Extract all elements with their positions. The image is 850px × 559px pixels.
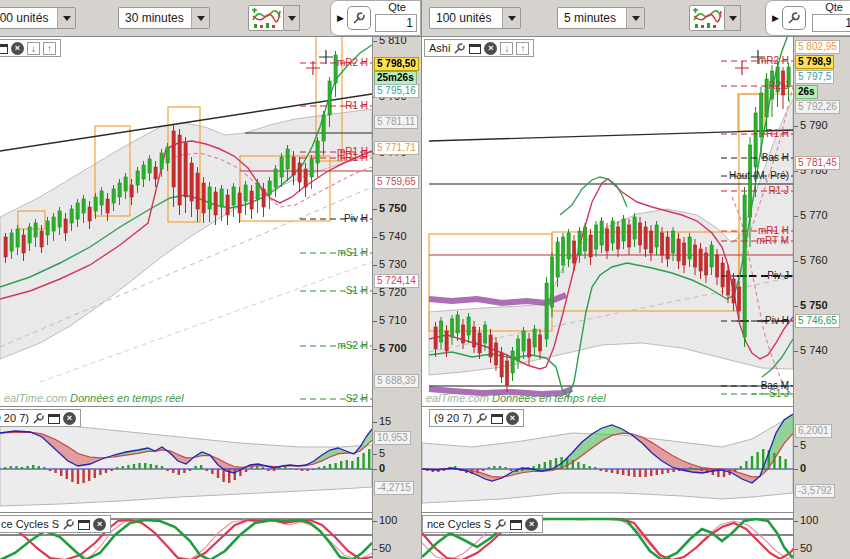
wrench-icon <box>352 11 366 25</box>
cycles-panel-right[interactable]: nce Cycles S × 10050 <box>422 512 850 559</box>
level-label: mS1 H <box>337 247 368 258</box>
restore-window-icon[interactable] <box>491 414 503 424</box>
units-dropdown-button[interactable] <box>57 8 75 28</box>
heikin-ashi-chart-5min[interactable]: mR2 HR2 JR1 HBas HHaut (M, Pré)R1 JmR1 H… <box>422 37 793 407</box>
histogram-bar <box>644 469 646 477</box>
settings-button[interactable] <box>347 6 371 30</box>
wrench-icon[interactable] <box>62 518 75 531</box>
macd-panel-right[interactable]: (9 20 7) × 6,200150-3,5792 <box>422 406 850 513</box>
wrench-icon[interactable] <box>494 518 507 531</box>
axis-price-value: 5 781,45 <box>795 156 840 170</box>
restore-window-icon[interactable] <box>48 414 60 424</box>
close-icon[interactable]: × <box>93 518 106 531</box>
histogram-bar <box>127 465 129 469</box>
timeframe-dropdown[interactable]: 30 minutes <box>118 7 210 29</box>
main-chart-right[interactable]: mR2 HR2 JR1 HBas HHaut (M, Pré)R1 JmR1 H… <box>422 36 850 407</box>
macd-axis-right[interactable]: 6,200150-3,5792 <box>793 407 850 513</box>
cycles-axis-left[interactable]: 10050 <box>372 513 421 559</box>
timeframe-dropdown-button[interactable] <box>191 8 209 28</box>
restore-window-icon[interactable] <box>469 44 481 54</box>
cycles-title: nce Cycles S <box>427 518 491 530</box>
chevron-down-icon <box>508 16 516 21</box>
wrench-icon[interactable] <box>453 42 466 55</box>
move-up-icon[interactable]: ↑ <box>43 42 56 55</box>
macd-panel-left[interactable]: (9 20 7) × 1510,95350-4,2715 <box>0 406 421 513</box>
expand-arrow-icon[interactable]: ▶ <box>772 13 779 23</box>
histogram-bar <box>346 460 348 469</box>
axis-tick: 5 740 <box>800 344 828 356</box>
quantity-input[interactable]: 1 <box>375 14 417 32</box>
move-down-icon[interactable]: ↓ <box>500 42 513 55</box>
histogram-bar <box>667 469 669 473</box>
units-dropdown[interactable]: 100 unités <box>429 7 521 29</box>
macd-title: (9 20 7) <box>434 412 472 424</box>
expand-arrow-icon[interactable]: ▶ <box>337 13 344 23</box>
watermark: ealTime.com Données en temps réel <box>4 392 184 404</box>
restore-window-icon[interactable] <box>510 520 522 530</box>
level-label: S1 H <box>346 285 368 296</box>
histogram-bar <box>306 469 308 471</box>
price-axis-right[interactable]: 5 7905 7805 7705 7605 7505 7405 802,955 … <box>793 37 850 407</box>
axis-price-value: 5 792,26 <box>795 100 840 114</box>
axis-tick: 5 750 <box>379 202 407 214</box>
chart-style-button[interactable] <box>248 5 284 31</box>
histogram-bar <box>628 469 630 476</box>
close-icon[interactable]: × <box>484 42 497 55</box>
restore-window-icon[interactable] <box>0 44 8 54</box>
axis-value: 10,953 <box>374 431 411 445</box>
histogram-bar <box>245 469 247 472</box>
chevron-down-icon <box>63 16 71 21</box>
histogram-bar <box>488 467 490 469</box>
close-icon[interactable]: × <box>63 412 76 425</box>
close-icon[interactable]: × <box>525 518 538 531</box>
wrench-icon[interactable] <box>475 412 488 425</box>
units-value: 100 unités <box>0 11 57 25</box>
chart-style-dropdown-button[interactable] <box>284 5 300 31</box>
units-dropdown[interactable]: 100 unités <box>0 7 76 29</box>
histogram-bar <box>194 466 196 469</box>
axis-value: 0 <box>800 462 806 474</box>
settings-button[interactable] <box>782 6 806 30</box>
order-quick-panel: ▶ Qte 1 <box>330 0 421 36</box>
cycles-axis-right[interactable]: 10050 <box>793 513 850 559</box>
chart-style-icon <box>692 7 722 29</box>
axis-price-value: 5 759,65 <box>374 175 419 189</box>
axis-price-value: 5 802,95 <box>795 40 840 54</box>
histogram-bar <box>712 469 714 475</box>
timeframe-dropdown-button[interactable] <box>626 8 644 28</box>
level-label: S2 H <box>346 393 368 404</box>
histogram-bar <box>178 469 180 475</box>
axis-price-value: 5 771,71 <box>374 141 419 155</box>
move-down-icon[interactable]: ↓ <box>27 42 40 55</box>
quantity-label: Qte <box>812 1 850 13</box>
timeframe-value: 5 minutes <box>558 11 626 25</box>
level-label: Piv H <box>344 213 368 224</box>
cycles-header-right: nce Cycles S × <box>422 515 543 533</box>
histogram-bar <box>600 469 602 471</box>
histogram-bar <box>10 466 12 469</box>
restore-window-icon[interactable] <box>78 520 90 530</box>
timeframe-dropdown[interactable]: 5 minutes <box>557 7 645 29</box>
axis-value: 50 <box>800 542 812 554</box>
axis-tick: 5 730 <box>379 258 407 270</box>
close-icon[interactable]: × <box>506 412 519 425</box>
chart-style-dropdown-button[interactable] <box>725 5 741 31</box>
macd-title: (9 20 7) <box>0 412 29 424</box>
units-dropdown-button[interactable] <box>502 8 520 28</box>
quantity-input[interactable]: 1 <box>812 14 850 32</box>
wrench-icon[interactable] <box>32 412 45 425</box>
macd-axis-left[interactable]: 1510,95350-4,2715 <box>372 407 421 513</box>
main-chart-left[interactable]: mR2 HR1 HmR1 HmR1 HPiv HmS1 HS1 HmS2 HS2… <box>0 36 421 407</box>
price-axis-left[interactable]: 5 8105 7905 7705 7505 7405 7305 7205 710… <box>372 37 421 407</box>
histogram-bar <box>340 461 342 469</box>
histogram-bar <box>116 467 118 469</box>
move-up-icon[interactable]: ↑ <box>516 42 529 55</box>
close-icon[interactable]: × <box>11 42 24 55</box>
chart-style-button[interactable] <box>689 5 725 31</box>
histogram-bar <box>650 469 652 476</box>
histogram-bar <box>189 469 191 471</box>
histogram-bar <box>38 466 40 469</box>
cycles-panel-left[interactable]: ce Cycles S × 10050 <box>0 512 421 559</box>
level-label: Haut (M, Pré) <box>729 170 789 181</box>
candlestick-chart-30min[interactable]: mR2 HR1 HmR1 HmR1 HPiv HmS1 HS1 HmS2 HS2… <box>0 37 372 407</box>
